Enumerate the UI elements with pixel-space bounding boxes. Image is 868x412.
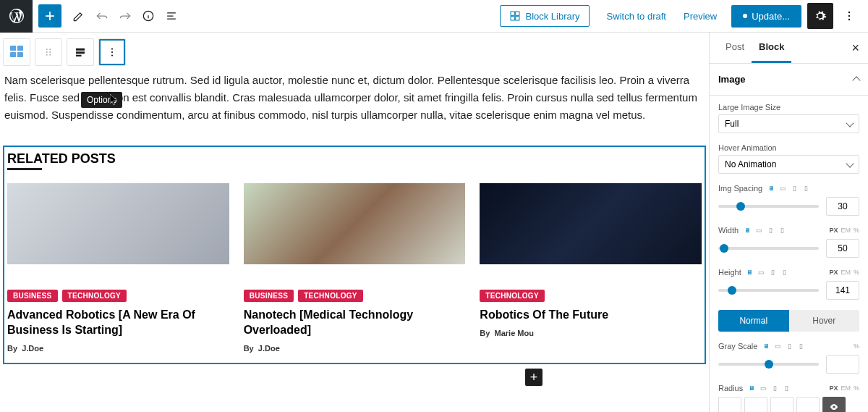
top-bar: + Block Library Switch to draft Preview … bbox=[0, 0, 868, 33]
related-posts-block[interactable]: RELATED POSTS BUSINESS TECHNOLOGY Advanc… bbox=[3, 146, 706, 364]
radius-left-input[interactable] bbox=[796, 397, 820, 412]
svg-point-17 bbox=[111, 48, 113, 49]
options-button[interactable] bbox=[99, 39, 125, 65]
wordpress-logo[interactable] bbox=[0, 0, 33, 33]
post-tag[interactable]: BUSINESS bbox=[7, 290, 58, 302]
img-spacing-slider[interactable] bbox=[718, 205, 819, 208]
add-block-button[interactable]: + bbox=[38, 4, 61, 28]
settings-button[interactable] bbox=[807, 3, 833, 29]
radius-bottom-input[interactable] bbox=[770, 397, 793, 412]
svg-point-5 bbox=[848, 12, 851, 14]
svg-rect-3 bbox=[511, 17, 514, 20]
state-tabs: Normal Hover bbox=[718, 310, 859, 332]
height-slider[interactable] bbox=[718, 289, 819, 292]
posts-row: BUSINESS TECHNOLOGY Advanced Robotics [A… bbox=[4, 183, 705, 363]
post-tag[interactable]: TECHNOLOGY bbox=[480, 290, 545, 302]
post-author: By J.Doe bbox=[244, 344, 466, 353]
post-title[interactable]: Advanced Robotics [A New Era Of Business… bbox=[7, 308, 229, 338]
kebab-icon bbox=[106, 46, 119, 59]
block-type-icon[interactable] bbox=[4, 39, 30, 65]
insert-block-button[interactable]: + bbox=[525, 369, 542, 386]
chevron-down-icon bbox=[846, 159, 854, 167]
svg-point-13 bbox=[49, 54, 51, 56]
settings-sidebar: Post Block × Image Large Image Size Full… bbox=[709, 33, 868, 412]
radius-right-input[interactable] bbox=[744, 397, 767, 412]
post-title[interactable]: Robotics Of The Future bbox=[480, 308, 702, 323]
list-view-icon[interactable] bbox=[160, 4, 183, 28]
width-units[interactable]: PXEM% bbox=[829, 227, 859, 234]
post-title[interactable]: Nanotech [Medical Technology Overloaded] bbox=[244, 308, 466, 338]
post-item[interactable]: BUSINESS TECHNOLOGY Advanced Robotics [A… bbox=[7, 183, 229, 353]
tab-hover[interactable]: Hover bbox=[789, 310, 860, 332]
library-icon bbox=[509, 10, 521, 22]
gray-scale-unit: % bbox=[854, 342, 859, 350]
more-options-button[interactable] bbox=[836, 3, 862, 29]
svg-rect-15 bbox=[76, 51, 85, 54]
hover-animation-label: Hover Animation bbox=[718, 143, 859, 152]
gray-scale-input[interactable] bbox=[826, 355, 859, 374]
post-tag[interactable]: BUSINESS bbox=[244, 290, 294, 302]
svg-point-11 bbox=[49, 51, 51, 53]
hover-animation-select[interactable]: No Animation bbox=[718, 155, 859, 174]
width-input[interactable] bbox=[826, 239, 859, 258]
preview-button[interactable]: Preview bbox=[675, 5, 726, 28]
width-label: Width bbox=[718, 226, 739, 235]
width-slider[interactable] bbox=[718, 247, 819, 250]
block-library-button[interactable]: Block Library bbox=[500, 5, 589, 27]
link-values-button[interactable] bbox=[822, 397, 846, 412]
gear-icon bbox=[813, 9, 827, 23]
svg-point-19 bbox=[111, 54, 113, 56]
svg-point-8 bbox=[46, 49, 48, 50]
svg-rect-4 bbox=[516, 17, 519, 20]
svg-point-9 bbox=[49, 49, 51, 50]
post-tag[interactable]: TECHNOLOGY bbox=[298, 290, 363, 302]
post-tag[interactable]: TECHNOLOGY bbox=[62, 290, 127, 302]
large-image-size-select[interactable]: Full bbox=[718, 114, 859, 133]
responsive-icons[interactable]: 🖥▭▯▯ bbox=[746, 268, 789, 277]
update-button[interactable]: Update... bbox=[731, 5, 801, 28]
svg-rect-1 bbox=[511, 12, 514, 15]
chevron-down-icon bbox=[846, 119, 854, 127]
post-item[interactable]: BUSINESS TECHNOLOGY Nanotech [Medical Te… bbox=[244, 183, 466, 353]
radius-units[interactable]: PXEM% bbox=[829, 384, 859, 392]
responsive-icons[interactable]: 🖥▭▯▯ bbox=[767, 184, 810, 193]
block-library-label: Block Library bbox=[525, 11, 579, 22]
post-item[interactable]: TECHNOLOGY Robotics Of The Future By Mar… bbox=[480, 183, 702, 353]
tab-block[interactable]: Block bbox=[752, 33, 791, 63]
tab-normal[interactable]: Normal bbox=[718, 310, 789, 332]
svg-rect-16 bbox=[76, 55, 82, 56]
edit-mode-icon[interactable] bbox=[67, 4, 90, 28]
height-label: Height bbox=[718, 268, 741, 277]
responsive-icons[interactable]: 🖥▭▯▯ bbox=[762, 342, 805, 350]
close-icon[interactable]: × bbox=[851, 41, 859, 56]
editor-main: Options Nam scelerisque pellentesque rut… bbox=[0, 33, 868, 412]
radius-top-input[interactable] bbox=[718, 397, 741, 412]
height-input[interactable] bbox=[826, 281, 859, 300]
switch-to-draft-button[interactable]: Switch to draft bbox=[598, 5, 675, 28]
align-icon[interactable] bbox=[67, 39, 93, 65]
redo-icon[interactable] bbox=[114, 4, 137, 28]
img-spacing-label: Img Spacing bbox=[718, 184, 762, 193]
tab-post[interactable]: Post bbox=[718, 33, 752, 63]
info-icon[interactable] bbox=[137, 4, 160, 28]
post-image bbox=[244, 183, 466, 264]
undo-icon[interactable] bbox=[90, 4, 114, 28]
post-image bbox=[480, 183, 702, 264]
responsive-icons[interactable]: 🖥▭▯▯ bbox=[743, 226, 786, 235]
height-units[interactable]: PXEM% bbox=[829, 269, 859, 276]
svg-rect-14 bbox=[76, 49, 85, 51]
related-posts-title: RELATED POSTS bbox=[4, 147, 705, 168]
gray-scale-slider[interactable] bbox=[718, 363, 819, 366]
post-author: By J.Doe bbox=[7, 344, 229, 353]
post-author: By Marie Mou bbox=[480, 329, 702, 337]
img-spacing-input[interactable] bbox=[826, 197, 859, 216]
title-underline bbox=[7, 168, 42, 170]
block-toolbar bbox=[0, 33, 709, 72]
post-image bbox=[7, 183, 229, 264]
svg-point-6 bbox=[848, 15, 851, 17]
panel-header-image[interactable]: Image bbox=[710, 64, 868, 96]
radius-label: Radius bbox=[718, 384, 743, 392]
responsive-icons[interactable]: 🖥▭▯▯ bbox=[747, 384, 791, 392]
drag-handle-icon[interactable] bbox=[35, 39, 61, 65]
eye-icon bbox=[829, 402, 839, 412]
